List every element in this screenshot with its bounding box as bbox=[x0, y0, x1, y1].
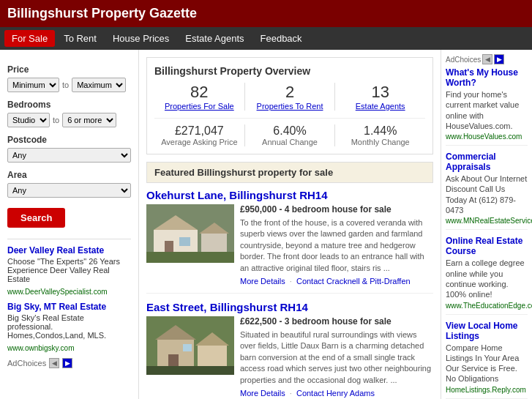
filter-sidebar: Price Minimum to Maximum Bedrooms Studio… bbox=[0, 50, 139, 399]
right-ad-4-title[interactable]: View Local Home Listings bbox=[446, 321, 528, 341]
nav-for-sale[interactable]: For Sale bbox=[4, 30, 55, 47]
area-select[interactable]: Any bbox=[7, 183, 131, 198]
stat-agents-num: 13 bbox=[335, 83, 425, 102]
right-ad-1: What's My House Worth? Find your home's … bbox=[446, 67, 528, 146]
property-1-contact-link[interactable]: Contact Cracknell & Pitt-Draffen bbox=[296, 277, 411, 286]
property-2-contact-link[interactable]: Contact Henry Adams bbox=[296, 389, 375, 398]
svg-rect-7 bbox=[146, 252, 234, 263]
bed-max-select[interactable]: 6 or more bbox=[62, 113, 116, 127]
right-ad-2-title[interactable]: Commercial Appraisals bbox=[446, 152, 528, 172]
site-header: Billingshurst Property Gazette bbox=[0, 0, 532, 27]
stat-agents-label[interactable]: Estate Agents bbox=[335, 102, 425, 111]
stat-to-rent: 2 Properties To Rent bbox=[244, 83, 335, 111]
stat-for-sale: 82 Properties For Sale bbox=[154, 83, 244, 111]
right-ad-next[interactable]: ▶ bbox=[494, 54, 504, 64]
nav-estate-agents[interactable]: Estate Agents bbox=[178, 30, 251, 47]
sidebar-ad-2-title[interactable]: Big Sky, MT Real Estate bbox=[7, 302, 131, 312]
property-1-img-svg bbox=[146, 204, 234, 263]
stat-to-rent-label[interactable]: Properties To Rent bbox=[245, 102, 335, 111]
overview-title: Billingshurst Property Overview bbox=[154, 65, 425, 77]
avg-price: £271,047 Average Asking Price bbox=[154, 124, 244, 146]
stat-for-sale-num: 82 bbox=[154, 83, 244, 102]
right-ad-2-url[interactable]: www.MNRealEstateServices... bbox=[446, 217, 528, 225]
property-2-price: £622,500 - 3 bedroom house for sale bbox=[240, 316, 433, 327]
property-item-2: East Street, Billingshurst RH14 bbox=[146, 301, 433, 399]
right-ad-1-text: Find your home's current market value on… bbox=[446, 89, 528, 131]
property-2-title[interactable]: East Street, Billingshurst RH14 bbox=[146, 301, 433, 313]
bedrooms-label: Bedrooms bbox=[7, 100, 131, 110]
right-sidebar: AdChoices ◀ ▶ What's My House Worth? Fin… bbox=[441, 50, 532, 399]
property-1-dot: · bbox=[290, 277, 292, 286]
right-ad-3-text: Earn a college degree online while you c… bbox=[446, 258, 528, 299]
property-2-dot: · bbox=[290, 389, 292, 398]
right-ad-3: Online Real Estate Course Earn a college… bbox=[446, 236, 528, 314]
right-ad-2: Commercial Appraisals Ask About Our Inte… bbox=[446, 152, 528, 230]
main-nav: For Sale To Rent House Prices Estate Age… bbox=[0, 27, 532, 50]
annual-change-val: 6.40% bbox=[245, 124, 335, 138]
right-ad-3-url[interactable]: www.TheEducationEdge.com bbox=[446, 302, 528, 310]
stat-for-sale-label[interactable]: Properties For Sale bbox=[154, 102, 244, 111]
monthly-change: 1.44% Monthly Change bbox=[334, 124, 425, 146]
monthly-change-val: 1.44% bbox=[335, 124, 425, 138]
property-2-links: More Details · Contact Henry Adams bbox=[240, 389, 433, 398]
price-to-text: to bbox=[62, 81, 69, 89]
right-ad-choices-bar: AdChoices ◀ ▶ bbox=[446, 54, 528, 64]
property-2-image bbox=[146, 316, 234, 375]
nav-feedback[interactable]: Feedback bbox=[253, 30, 310, 47]
property-1-more-link[interactable]: More Details bbox=[240, 277, 285, 286]
property-1-price: £950,000 - 4 bedroom house for sale bbox=[240, 204, 433, 215]
property-1-image bbox=[146, 204, 234, 263]
bed-min-select[interactable]: Studio bbox=[7, 113, 50, 127]
nav-house-prices[interactable]: House Prices bbox=[105, 30, 176, 47]
overview-box: Billingshurst Property Overview 82 Prope… bbox=[146, 57, 433, 154]
price-max-select[interactable]: Maximum bbox=[72, 78, 126, 92]
right-ad-2-text: Ask About Our Internet Discount Call Us … bbox=[446, 174, 528, 215]
area-filter-row: Any bbox=[7, 183, 131, 198]
property-2-more-link[interactable]: More Details bbox=[240, 389, 285, 398]
right-ad-3-title[interactable]: Online Real Estate Course bbox=[446, 236, 528, 256]
sidebar-ads: Deer Valley Real Estate Choose "The Expe… bbox=[7, 239, 131, 368]
price-label: Price bbox=[7, 64, 131, 75]
postcode-select[interactable]: Any bbox=[7, 148, 131, 163]
property-2-desc: Situated in beautiful rural surroundings… bbox=[240, 329, 433, 386]
sidebar-ad-2-text: Big Sky's Real Estate professional. Home… bbox=[7, 313, 131, 340]
postcode-label: Postcode bbox=[7, 135, 131, 145]
price-min-select[interactable]: Minimum bbox=[7, 78, 59, 92]
ad-prev-btn[interactable]: ◀ bbox=[49, 358, 59, 368]
right-ad-4-text: Compare Home Listings In Your Area Our S… bbox=[446, 343, 528, 384]
price-filter-row: Minimum to Maximum bbox=[7, 78, 131, 92]
right-ad-1-url[interactable]: www.HouseValues.com bbox=[446, 133, 528, 141]
right-ad-prev[interactable]: ◀ bbox=[482, 54, 492, 64]
property-1-body: £950,000 - 4 bedroom house for sale To t… bbox=[146, 204, 433, 286]
right-ad-1-title[interactable]: What's My House Worth? bbox=[446, 67, 528, 88]
sidebar-ad-1-title[interactable]: Deer Valley Real Estate bbox=[7, 245, 131, 256]
area-label: Area bbox=[7, 170, 131, 180]
avg-price-label: Average Asking Price bbox=[154, 138, 244, 146]
svg-rect-12 bbox=[183, 344, 192, 351]
property-2-img-svg bbox=[146, 316, 234, 375]
property-2-details: £622,500 - 3 bedroom house for sale Situ… bbox=[240, 316, 433, 398]
sidebar-ad-1-text: Choose "The Experts" 26 Years Experience… bbox=[7, 257, 131, 283]
stat-agents: 13 Estate Agents bbox=[334, 83, 425, 111]
annual-change: 6.40% Annual Change bbox=[244, 124, 335, 146]
right-ad-choices-label: AdChoices bbox=[446, 56, 481, 64]
property-2-body: £622,500 - 3 bedroom house for sale Situ… bbox=[146, 316, 433, 398]
nav-to-rent[interactable]: To Rent bbox=[56, 30, 104, 47]
sidebar-ad-1-url[interactable]: www.DeerValleySpecialist.com bbox=[7, 288, 131, 296]
main-content: Billingshurst Property Overview 82 Prope… bbox=[139, 50, 441, 399]
avg-price-val: £271,047 bbox=[154, 124, 244, 138]
monthly-change-label: Monthly Change bbox=[335, 138, 425, 146]
svg-rect-15 bbox=[146, 366, 234, 375]
sidebar-ad-2: Big Sky, MT Real Estate Big Sky's Real E… bbox=[7, 302, 131, 352]
sidebar-ad-1: Deer Valley Real Estate Choose "The Expe… bbox=[7, 245, 131, 296]
right-ad-4-url[interactable]: HomeListings.Reply.com bbox=[446, 386, 528, 394]
right-ad-4: View Local Home Listings Compare Home Li… bbox=[446, 321, 528, 399]
property-1-links: More Details · Contact Cracknell & Pitt-… bbox=[240, 277, 433, 286]
property-1-title[interactable]: Okehurst Lane, Billingshurst RH14 bbox=[146, 189, 433, 201]
ad-next-btn[interactable]: ▶ bbox=[62, 358, 72, 368]
property-item-1: Okehurst Lane, Billingshurst RH14 bbox=[146, 189, 433, 294]
sidebar-ad-2-url[interactable]: www.ownbigsky.com bbox=[7, 344, 131, 352]
price-stats: £271,047 Average Asking Price 6.40% Annu… bbox=[154, 118, 425, 146]
overview-stats: 82 Properties For Sale 2 Properties To R… bbox=[154, 83, 425, 111]
search-button[interactable]: Search bbox=[7, 208, 65, 228]
